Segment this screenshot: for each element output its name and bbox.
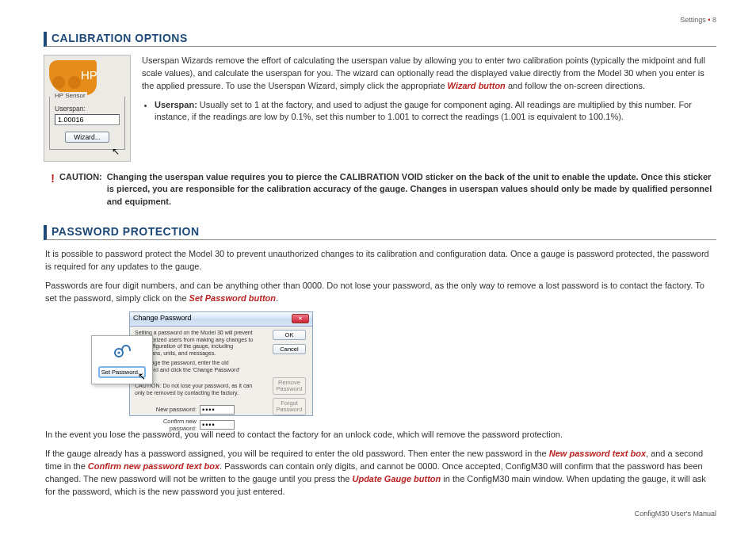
userspan-figure: HP HP Sensor Userspan: Wizard... ↖ xyxy=(44,55,131,162)
new-password-textbox-ref: New password text box xyxy=(549,449,646,458)
caution-label: CAUTION: xyxy=(59,171,102,208)
forgot-password-button[interactable]: Forgot Password xyxy=(273,398,306,415)
new-password-label: New password: xyxy=(135,406,197,413)
pw-p2b: . xyxy=(276,293,278,303)
cancel-button[interactable]: Cancel xyxy=(273,344,306,354)
header-page: 8 xyxy=(712,16,716,24)
hp-sensor-panel: HP Sensor Userspan: Wizard... ↖ xyxy=(49,97,125,150)
page-header: Settings • 8 xyxy=(680,16,716,24)
pw-p2a: Passwords are four digit numbers, and ca… xyxy=(45,281,704,303)
ok-button[interactable]: OK xyxy=(273,330,306,340)
userspan-label: Userspan: xyxy=(55,105,120,113)
userspan-bullet: Userspan: Usually set to 1 at the factor… xyxy=(155,99,716,124)
userspan-input[interactable] xyxy=(55,114,120,125)
dialog-title: Change Password xyxy=(133,314,192,324)
dialog-titlebar: Change Password ✕ xyxy=(130,312,312,327)
set-password-button-ref: Set Password button xyxy=(189,293,276,303)
header-section: Settings xyxy=(680,16,706,24)
hp-label: HP xyxy=(81,68,97,82)
pw-p4a: If the gauge already has a password assi… xyxy=(45,449,549,458)
userspan-bullet-text: Usually set to 1 at the factory, and use… xyxy=(155,100,692,121)
pw-p1: It is possible to password protect the M… xyxy=(45,248,716,273)
change-password-dialog: Change Password ✕ Setting a password on … xyxy=(129,311,313,416)
wizard-button-ref: Wizard button xyxy=(448,81,506,90)
password-body: It is possible to password protect the M… xyxy=(44,248,716,305)
confirm-password-label: Confirm new password: xyxy=(135,418,197,432)
svg-point-1 xyxy=(117,351,120,353)
new-password-input[interactable] xyxy=(200,405,235,415)
password-body-2: In the event you lose the password, you … xyxy=(44,429,716,499)
close-icon[interactable]: ✕ xyxy=(292,314,309,323)
cursor-icon: ↖ xyxy=(112,146,120,157)
set-password-button[interactable]: Set Password... xyxy=(99,367,146,377)
header-bullet: • xyxy=(708,16,710,24)
caution-block: ! CAUTION: Changing the userspan value r… xyxy=(44,171,716,208)
caution-icon: ! xyxy=(44,171,55,208)
dialog-text-3: CAUTION: Do not lose your password, as i… xyxy=(135,383,254,397)
footer-text: ConfigM30 User's Manual xyxy=(635,510,716,518)
wizard-button[interactable]: Wizard... xyxy=(65,132,109,143)
remove-password-button[interactable]: Remove Password xyxy=(273,377,306,395)
calibration-heading: CALIBRATION OPTIONS xyxy=(44,32,716,47)
password-figure: Change Password ✕ Setting a password on … xyxy=(91,311,321,422)
confirm-password-textbox-ref: Confirm new password text box xyxy=(88,461,220,471)
confirm-password-input[interactable] xyxy=(200,420,235,430)
calibration-body: Userspan Wizards remove the effort of ca… xyxy=(142,55,716,162)
update-gauge-button-ref: Update Gauge button xyxy=(352,474,441,483)
set-password-card: Set Password... ↖ xyxy=(91,335,153,384)
caution-text: Changing the userspan value requires you… xyxy=(107,171,716,208)
password-heading: PASSWORD PROTECTION xyxy=(44,225,716,240)
userspan-bullet-label: Userspan: xyxy=(155,100,197,109)
unlock-icon xyxy=(92,341,152,362)
hp-sensor-graphic: HP xyxy=(49,60,97,95)
hp-sensor-group-label: HP Sensor xyxy=(53,92,87,99)
calib-p1b: and follow the on-screen directions. xyxy=(508,81,645,90)
